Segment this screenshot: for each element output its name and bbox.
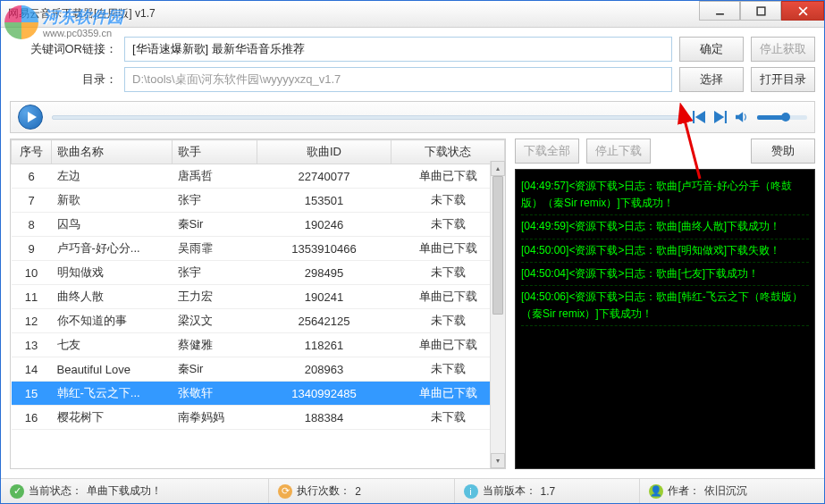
column-header[interactable]: 序号 [12,140,52,164]
table-cell: 南拳妈妈 [173,406,257,430]
table-row[interactable]: 9卢巧音-好心分...吴雨霏1353910466单曲已下载 [12,237,505,261]
table-row[interactable]: 10明知做戏张宇298495未下载 [12,261,505,285]
status-count-value: 2 [355,485,361,498]
status-state-label: 当前状态： [29,483,82,499]
log-line: [04:50:04]<资源下载>日志：歌曲[七友]下载成功！ [521,263,809,286]
confirm-button[interactable]: 确定 [679,37,744,62]
app-window: 网易云音乐下载器[自用版] v1.7 关键词OR链接： 确定 停止获取 目录： … [0,0,825,504]
table-cell: 左边 [52,164,173,189]
status-version-value: 1.7 [541,485,556,498]
table-cell: 樱花树下 [52,406,173,430]
table-cell: 秦Sir [173,357,257,382]
table-cell: 8 [12,213,52,237]
table-row[interactable]: 8囚鸟秦Sir190246未下载 [12,213,505,237]
status-state-value: 单曲下载成功！ [87,483,162,499]
maximize-button[interactable] [740,1,781,21]
skip-forward-icon[interactable] [714,111,727,123]
table-row[interactable]: 7新歌张宇153501未下载 [12,189,505,213]
table-cell: 七友 [52,333,173,357]
table-cell: 22740077 [257,164,391,189]
table-cell: 单曲已下载 [391,164,505,189]
volume-slider[interactable] [757,115,807,120]
table-row[interactable]: 16樱花树下南拳妈妈188384未下载 [12,406,505,430]
table-row[interactable]: 13七友蔡健雅118261单曲已下载 [12,333,505,357]
table-cell: 单曲已下载 [391,333,505,357]
stop-download-button[interactable]: 停止下载 [586,139,651,164]
table-cell: 你不知道的事 [52,309,173,333]
status-author-label: 作者： [668,483,700,499]
table-cell: 未下载 [391,309,505,333]
log-line: [04:50:00]<资源下载>日志：歌曲[明知做戏]下载失败！ [521,239,809,263]
progress-slider[interactable] [52,115,684,120]
table-cell: 吴雨霏 [173,237,257,261]
skip-back-icon[interactable] [693,111,705,123]
vertical-scrollbar[interactable]: ▴ ▾ [490,161,505,468]
table-cell: 未下载 [391,261,505,285]
table-cell: 15 [12,382,52,406]
table-cell: 单曲已下载 [391,237,505,261]
table-cell: 囚鸟 [52,213,173,237]
scrollbar-thumb[interactable] [492,176,503,315]
table-cell: 单曲已下载 [391,285,505,309]
svg-rect-7 [693,111,695,123]
keyword-label: 关键词OR链接： [10,41,117,57]
table-cell: 298495 [257,261,391,285]
column-header[interactable]: 歌曲ID [257,140,391,164]
log-line: [04:49:57]<资源下载>日志：歌曲[卢巧音-好心分手（咚鼓版）（秦Sir… [521,175,809,215]
clock-icon: ⟳ [278,484,292,499]
volume-icon[interactable] [736,111,748,123]
open-dir-button[interactable]: 打开目录 [751,67,815,92]
table-row[interactable]: 11曲终人散王力宏190241单曲已下载 [12,285,505,309]
keyword-input[interactable] [124,37,672,62]
table-cell: 张宇 [173,261,257,285]
scroll-up-icon[interactable]: ▴ [491,161,505,176]
table-cell: 新歌 [52,189,173,213]
table-cell: 7 [12,189,52,213]
table-row[interactable]: 12你不知道的事梁汉文25642125未下载 [12,309,505,333]
titlebar[interactable]: 网易云音乐下载器[自用版] v1.7 [1,1,824,28]
select-dir-button[interactable]: 选择 [679,67,744,92]
play-button[interactable] [18,105,43,130]
directory-input[interactable] [124,67,672,92]
table-cell: 6 [12,164,52,189]
table-cell: 208963 [257,357,391,382]
table-cell: 蔡健雅 [173,333,257,357]
column-header[interactable]: 下载状态 [391,140,505,164]
status-version-label: 当前版本： [483,483,536,499]
directory-label: 目录： [10,71,117,88]
table-cell: 190246 [257,213,391,237]
table-cell: 153501 [257,189,391,213]
column-header[interactable]: 歌曲名称 [52,140,173,164]
check-icon: ✓ [10,484,24,499]
table-cell: 118261 [257,333,391,357]
table-cell: Beautiful Love [52,357,173,382]
statusbar: ✓ 当前状态： 单曲下载成功！ ⟳ 执行次数： 2 i 当前版本： 1.7 👤 … [1,478,824,503]
close-button[interactable] [781,1,824,21]
table-cell: 未下载 [391,189,505,213]
scroll-down-icon[interactable]: ▾ [491,453,505,468]
table-cell: 梁汉文 [173,309,257,333]
table-cell: 未下载 [391,357,505,382]
log-console[interactable]: [04:49:57]<资源下载>日志：歌曲[卢巧音-好心分手（咚鼓版）（秦Sir… [515,169,815,469]
download-all-button[interactable]: 下载全部 [515,139,579,164]
table-row[interactable]: 6左边唐禹哲22740077单曲已下载 [12,164,505,189]
song-table[interactable]: 序号歌曲名称歌手歌曲ID下载状态 6左边唐禹哲22740077单曲已下载7新歌张… [10,139,506,469]
table-cell: 190241 [257,285,391,309]
table-row[interactable]: 15韩红-飞云之下...张敬轩1340992485单曲已下载 [12,382,505,406]
table-cell: 9 [12,237,52,261]
table-cell: 未下载 [391,213,505,237]
svg-marker-10 [736,112,743,122]
user-icon: 👤 [649,484,663,499]
table-cell: 张敬轩 [173,382,257,406]
column-header[interactable]: 歌手 [173,140,257,164]
table-cell: 曲终人散 [52,285,173,309]
svg-rect-3 [757,7,765,15]
table-row[interactable]: 14Beautiful Love秦Sir208963未下载 [12,357,505,382]
table-cell: 未下载 [391,406,505,430]
donate-button[interactable]: 赞助 [751,139,815,164]
minimize-button[interactable] [699,1,740,21]
svg-marker-6 [695,111,705,123]
table-cell: 11 [12,285,52,309]
stop-fetch-button[interactable]: 停止获取 [751,37,815,62]
table-cell: 韩红-飞云之下... [52,382,173,406]
